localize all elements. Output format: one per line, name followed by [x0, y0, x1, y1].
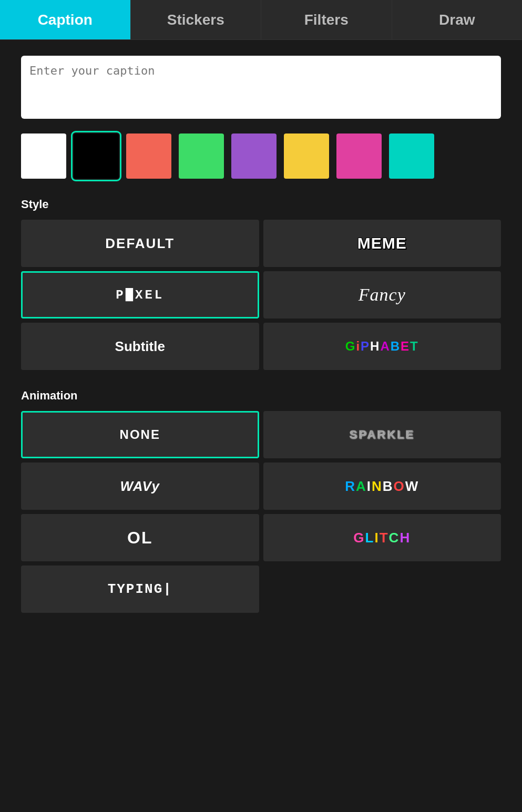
animation-section-label: Animation: [21, 389, 501, 403]
tab-caption-label: Caption: [38, 12, 93, 28]
style-section-label: Style: [21, 198, 501, 211]
color-purple[interactable]: [231, 133, 277, 179]
giphabet-e: E: [401, 339, 410, 354]
anim-wavy[interactable]: WAVy: [21, 462, 259, 510]
giphabet-t: T: [410, 339, 419, 354]
tab-stickers[interactable]: Stickers: [131, 0, 262, 39]
tab-filters-label: Filters: [304, 12, 349, 28]
anim-glitch[interactable]: GLITCH: [263, 514, 501, 561]
tab-filters[interactable]: Filters: [261, 0, 392, 39]
giphabet-a: A: [380, 339, 390, 354]
color-white[interactable]: [21, 133, 66, 179]
color-yellow[interactable]: [284, 133, 329, 179]
color-pink[interactable]: [336, 133, 382, 179]
style-fancy[interactable]: Fancy: [263, 271, 501, 318]
style-default[interactable]: DEFAULT: [21, 220, 259, 267]
giphabet-i: i: [356, 339, 361, 354]
color-cyan[interactable]: [389, 133, 434, 179]
giphabet-p: P: [361, 339, 370, 354]
caption-input[interactable]: [21, 56, 501, 119]
main-content: Style DEFAULT MEME P█XEL Fancy Subtitle …: [0, 40, 522, 629]
anim-ol[interactable]: OL: [21, 514, 259, 561]
anim-sparkle[interactable]: SPARKLE: [263, 411, 501, 458]
tab-draw-label: Draw: [439, 12, 475, 28]
style-subtitle[interactable]: Subtitle: [21, 323, 259, 370]
anim-typing[interactable]: TYPING|: [21, 566, 259, 613]
tab-draw[interactable]: Draw: [392, 0, 523, 39]
rainbow-text: RAINBOW: [345, 478, 419, 495]
style-meme[interactable]: MEME: [263, 220, 501, 267]
giphabet-g: G: [345, 339, 356, 354]
color-green[interactable]: [179, 133, 224, 179]
style-grid: DEFAULT MEME P█XEL Fancy Subtitle GiPHAB…: [21, 220, 501, 370]
color-swatches: [21, 133, 501, 179]
style-pixel[interactable]: P█XEL: [21, 271, 259, 318]
color-black[interactable]: [74, 133, 119, 179]
glitch-text: GLITCH: [353, 530, 411, 546]
giphabet-b: B: [391, 339, 401, 354]
anim-rainbow[interactable]: RAINBOW: [263, 462, 501, 510]
style-giphabet[interactable]: GiPHABET: [263, 323, 501, 370]
anim-none[interactable]: NONE: [21, 411, 259, 458]
color-salmon[interactable]: [126, 133, 171, 179]
tab-caption[interactable]: Caption: [0, 0, 131, 39]
animation-grid: NONE SPARKLE WAVy RAINBOW OL GLITCH TYPI…: [21, 411, 501, 613]
giphabet-h: H: [370, 339, 380, 354]
tab-stickers-label: Stickers: [167, 12, 224, 28]
tab-bar: Caption Stickers Filters Draw: [0, 0, 522, 40]
